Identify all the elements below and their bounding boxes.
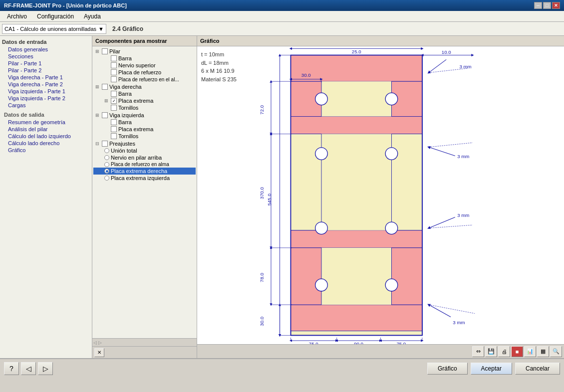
radio-placa-extrema-derecha[interactable]: Placa extrema derecha [93, 168, 196, 175]
grafico-button[interactable]: Gráfico [427, 363, 468, 375]
label-viga-izquierda: Viga izquierda [109, 112, 144, 118]
svg-text:72.0: 72.0 [259, 105, 265, 115]
tree-viga-izquierda-2[interactable]: Viga izquierda - Parte 2 [2, 95, 90, 102]
comp-viga-derecha[interactable]: ⊞ Viga derecha [93, 83, 196, 90]
tool-btn-6[interactable]: ▦ [537, 346, 549, 357]
expander-preajustes-icon[interactable]: ⊟ [94, 141, 100, 147]
checkbox-viga-izq-tornillos[interactable] [111, 133, 117, 139]
tree-calculo-lado-izq[interactable]: Cálculo del lado izquierdo [2, 133, 90, 140]
checkbox-pilar[interactable] [102, 48, 108, 54]
tree-pilar-parte2[interactable]: Pilar - Parte 2 [2, 67, 90, 74]
comp-nervio-superior[interactable]: Nervio superior [93, 62, 196, 69]
radio-nervio-icon [104, 155, 109, 160]
comp-viga-der-tornillos[interactable]: Tornillos [93, 104, 196, 111]
tool-btn-1[interactable]: ⇔ [472, 346, 484, 357]
tool-btn-4[interactable]: ■ [511, 346, 523, 357]
svg-text:3 mm: 3 mm [457, 212, 469, 218]
tree-viga-derecha-2[interactable]: Viga derecha - Parte 2 [2, 81, 90, 88]
svg-line-68 [429, 305, 475, 314]
checkbox-preajustes[interactable] [102, 141, 108, 147]
svg-line-59 [429, 68, 468, 73]
center-panel-icon-btn[interactable]: ✕ [94, 348, 104, 357]
checkbox-viga-der-placa[interactable]: ✓ [111, 98, 117, 104]
tree-calculo-lado-der[interactable]: Cálculo lado derecho [2, 140, 90, 147]
checkbox-viga-derecha[interactable] [102, 84, 108, 90]
tool-btn-5[interactable]: 📊 [524, 346, 536, 357]
tree-viga-izquierda-1[interactable]: Viga izquierda - Parte 1 [2, 88, 90, 95]
components-header: Componentes para mostrar [92, 36, 197, 46]
tree-secciones[interactable]: Secciones [2, 53, 90, 60]
radio-nervio-pilar-arriba[interactable]: Nervio en pilar arriba [93, 154, 196, 161]
close-button[interactable]: ✕ [552, 2, 560, 9]
radio-union-total[interactable]: Unión total [93, 147, 196, 154]
label-placa-refuerzo-alma: Placa de refuerzo en alma [111, 162, 169, 167]
svg-rect-13 [391, 248, 422, 305]
footer-prev-btn[interactable]: ◁ [21, 362, 36, 375]
expander-viga-izq-barra-icon [103, 119, 109, 125]
maximize-button[interactable]: □ [543, 2, 551, 9]
tree-cargas[interactable]: Cargas [2, 102, 90, 109]
menu-ayuda[interactable]: Ayuda [79, 12, 106, 21]
expander-viga-der-icon[interactable]: ⊞ [94, 84, 100, 90]
checkbox-viga-izq-barra[interactable] [111, 119, 117, 125]
label-viga-izq-placa: Placa extrema [118, 126, 153, 132]
radio-placa-refuerzo-alma[interactable]: Placa de refuerzo en alma [93, 161, 196, 168]
tool-btn-7[interactable]: 🔍 [550, 346, 562, 357]
tool-btn-3[interactable]: 🖨 [498, 346, 510, 357]
comp-viga-izquierda[interactable]: ⊞ Viga izquierda [93, 112, 196, 119]
checkbox-viga-der-tornillos[interactable] [111, 105, 117, 111]
toolbar: CA1 - Cálculo de uniones atornilladas ▼ … [0, 22, 564, 36]
expander-viga-izq-icon[interactable]: ⊞ [94, 112, 100, 118]
checkbox-nervio-superior[interactable] [111, 62, 117, 68]
tree-viga-derecha-1[interactable]: Viga derecha - Parte 1 [2, 74, 90, 81]
checkbox-placa-refuerzo[interactable] [111, 69, 117, 75]
svg-rect-4 [291, 305, 422, 331]
checkbox-viga-izquierda[interactable] [102, 112, 108, 118]
comp-placa-refuerzo[interactable]: Placa de refuerzo [93, 69, 196, 76]
aceptar-button[interactable]: Aceptar [471, 363, 512, 375]
case-dropdown[interactable]: CA1 - Cálculo de uniones atornilladas ▼ [2, 24, 106, 34]
group-viga-derecha: ⊞ Viga derecha Barra ⊞ ✓ Placa extrema [93, 83, 196, 111]
comp-viga-izq-barra[interactable]: Barra [93, 119, 196, 126]
checkbox-viga-izq-placa[interactable] [111, 126, 117, 132]
checkbox-pilar-barra[interactable] [111, 55, 117, 61]
tree-resumen-geometria[interactable]: Resumen de geometría [2, 119, 90, 126]
tree-pilar-parte1[interactable]: Pilar - Parte 1 [2, 60, 90, 67]
graphic-toolbar: ⇔ 💾 🖨 ■ 📊 ▦ 🔍 [197, 344, 564, 358]
svg-rect-3 [291, 230, 422, 248]
footer-next-btn[interactable]: ▷ [38, 362, 53, 375]
checkbox-placa-alma[interactable] [111, 76, 117, 82]
comp-viga-izq-placa[interactable]: Placa extrema [93, 126, 196, 133]
menu-archivo[interactable]: Archivo [2, 12, 32, 21]
svg-rect-7 [321, 248, 391, 305]
svg-rect-2 [291, 116, 422, 134]
label-placa-refuerzo: Placa de refuerzo [118, 69, 161, 75]
tree-datos-generales[interactable]: Datos generales [2, 46, 90, 53]
menu-configuracion[interactable]: Configuración [32, 12, 79, 21]
minimize-button[interactable]: ─ [534, 2, 542, 9]
svg-text:90.0: 90.0 [354, 341, 363, 344]
comp-viga-der-placa[interactable]: ⊞ ✓ Placa extrema [93, 97, 196, 104]
comp-viga-der-barra[interactable]: Barra [93, 90, 196, 97]
svg-rect-11 [391, 134, 422, 230]
expander-placa-alma-icon [103, 76, 109, 82]
tree-grafico[interactable]: Gráfico [2, 147, 90, 154]
expander-pilar-icon[interactable]: ⊞ [94, 48, 100, 54]
comp-placa-refuerzo-alma[interactable]: Placa de refuerzo en el al... [93, 76, 196, 83]
comp-viga-izq-tornillos[interactable]: Tornillos [93, 133, 196, 140]
label-viga-izq-tornillos: Tornillos [118, 133, 138, 139]
footer-help-btn[interactable]: ? [4, 362, 19, 375]
center-scroll-bar[interactable]: ◁ ▷ [92, 338, 197, 346]
tool-btn-2[interactable]: 💾 [485, 346, 497, 357]
cancelar-button[interactable]: Cancelar [515, 363, 560, 375]
comp-pilar-barra[interactable]: Barra [93, 55, 196, 62]
checkbox-viga-der-barra[interactable] [111, 91, 117, 97]
label-preajustes: Preajustes [109, 141, 135, 147]
expander-viga-der-placa-icon: ⊞ [103, 98, 109, 104]
comp-preajustes[interactable]: ⊟ Preajustes [93, 140, 196, 147]
footer-left-buttons: ? ◁ ▷ [4, 362, 53, 375]
tree-analisis-pilar[interactable]: Análisis del pilar [2, 126, 90, 133]
radio-placa-extrema-izquierda[interactable]: Placa extrema izquierda [93, 175, 196, 182]
comp-pilar[interactable]: ⊞ Pilar [93, 48, 196, 55]
label-viga-der-barra: Barra [118, 91, 132, 97]
